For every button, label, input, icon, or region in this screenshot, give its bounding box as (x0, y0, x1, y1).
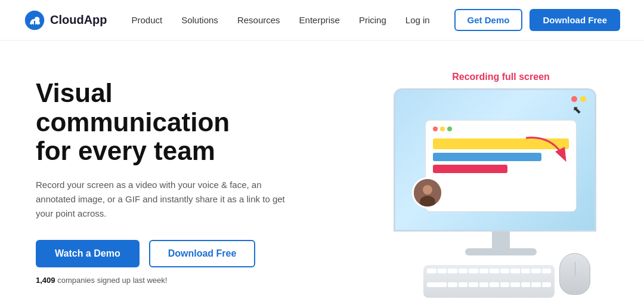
monitor-neck (492, 232, 510, 248)
monitor-screen: ⬉ (394, 88, 596, 232)
nav-actions: Get Demo Download Free (454, 9, 620, 31)
window-controls (571, 96, 586, 102)
nav-item-enterprise[interactable]: Enterprise (299, 15, 340, 25)
signup-count-text: 1,409 companies signed up last week! (36, 276, 310, 285)
nav-item-login[interactable]: Log in (405, 15, 430, 25)
monitor-illustration: ⬉ (394, 88, 608, 292)
signup-count: 1,409 (36, 276, 55, 285)
logo-text: CloudApp (50, 13, 107, 27)
close-dot (571, 96, 577, 102)
win-dot-yellow (440, 127, 445, 131)
minimize-dot (580, 96, 586, 102)
nav-download-free-button[interactable]: Download Free (530, 9, 620, 31)
hero-title: Visual communication for every team (36, 79, 310, 165)
monitor-base (465, 248, 537, 255)
hero-content: Visual communication for every team Reco… (36, 79, 310, 284)
pink-arrow-icon (523, 132, 571, 168)
mouse (559, 253, 590, 295)
nav-item-solutions[interactable]: Solutions (181, 15, 218, 25)
window-titlebar (433, 127, 569, 131)
hero-description: Record your screen as a video with your … (36, 178, 286, 221)
nav-item-pricing[interactable]: Pricing (359, 15, 386, 25)
cursor-icon: ⬉ (572, 103, 581, 116)
hero-illustration: Recording full screen ⬉ (394, 72, 608, 292)
win-dot-green (447, 127, 452, 131)
watch-demo-button[interactable]: Watch a Demo (36, 240, 140, 267)
logo[interactable]: CloudApp (24, 10, 107, 31)
navbar: CloudApp Product Solutions Resources Ent… (0, 0, 644, 41)
nav-item-resources[interactable]: Resources (237, 15, 280, 25)
avatar-image (414, 179, 441, 206)
signup-label: companies signed up last week! (57, 276, 167, 285)
get-demo-button[interactable]: Get Demo (454, 9, 523, 31)
logo-icon (24, 10, 45, 31)
mouse-scroll (575, 262, 575, 276)
svg-point-5 (423, 186, 432, 194)
hero-buttons: Watch a Demo Download Free (36, 240, 310, 267)
hero-section: Visual communication for every team Reco… (0, 41, 644, 299)
avatar (412, 177, 443, 208)
win-dot-red (433, 127, 438, 131)
keyboard (423, 265, 555, 298)
download-free-button[interactable]: Download Free (149, 240, 256, 267)
nav-item-product[interactable]: Product (131, 15, 162, 25)
recording-label: Recording full screen (452, 72, 550, 82)
nav-links: Product Solutions Resources Enterprise P… (131, 15, 429, 25)
content-bar-pink (433, 165, 507, 173)
